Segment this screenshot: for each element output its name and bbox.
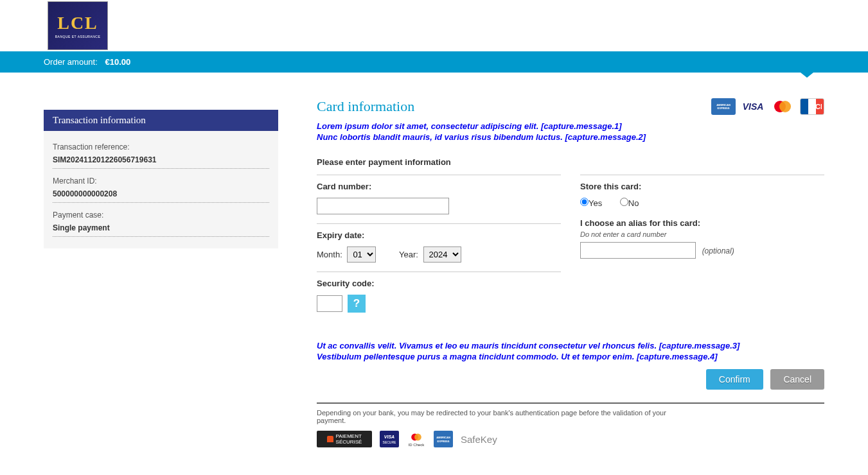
info-value: SIM202411201226056719631 (53, 155, 269, 164)
amex-small-icon: AMERICANEXPRESS (434, 431, 453, 447)
info-row-paymentcase: Payment case: Single payment (53, 207, 269, 237)
info-value: Single payment (53, 223, 269, 232)
info-value: 500000000000208 (53, 189, 269, 198)
capture-message-1: Lorem ipsum dolor sit amet, consectetur … (317, 121, 824, 131)
optional-label: (optional) (702, 246, 734, 255)
order-amount-label: Order amount: (44, 57, 98, 67)
paiement-securise-icon: PAIEMENTSÉCURISÉ (317, 431, 372, 447)
store-no-radio[interactable] (620, 198, 628, 206)
security-logos: PAIEMENTSÉCURISÉ VISASECURE ID Check AME… (317, 431, 824, 447)
visa-icon: VISA (741, 98, 765, 115)
mastercard-idcheck-icon: ID Check (407, 431, 426, 447)
safekey-label: SafeKey (461, 434, 497, 445)
amex-icon: AMERICANEXPRESS (711, 98, 736, 115)
alias-hint: Do not enter a card number (580, 230, 824, 238)
svg-text:VISA: VISA (384, 435, 394, 439)
visa-secure-icon: VISASECURE (380, 431, 399, 447)
order-amount-value: €10.00 (105, 57, 130, 67)
redirect-note: Depending on your bank, you may be redir… (317, 409, 677, 424)
capture-message-3: Ut ac convallis velit. Vivamus et leo eu… (317, 341, 824, 350)
info-row-merchant: Merchant ID: 500000000000208 (53, 173, 269, 203)
capture-message-4: Vestibulum pellentesque purus a magna ti… (317, 352, 824, 361)
logo-subtext: BANQUE ET ASSURANCE (55, 35, 101, 39)
store-card-label: Store this card: (580, 182, 824, 191)
security-code-label: Security code: (317, 279, 561, 288)
page-title: Card information (317, 98, 414, 115)
lcl-logo: LCL BANQUE ET ASSURANCE (48, 1, 108, 50)
svg-text:CB: CB (815, 103, 822, 110)
capture-message-2: Nunc lobortis blandit mauris, id varius … (317, 132, 824, 142)
card-number-label: Card number: (317, 182, 561, 191)
order-amount-bar: Order amount: €10.00 (0, 51, 868, 73)
store-yes-radio[interactable] (580, 198, 589, 206)
month-label: Month: (317, 250, 342, 259)
logo-text: LCL (57, 13, 98, 33)
info-label: Transaction reference: (53, 142, 269, 151)
expiry-date-label: Expiry date: (317, 230, 561, 240)
expiry-year-select[interactable]: 2024 (423, 246, 461, 263)
svg-text:AMERICAN: AMERICAN (436, 436, 450, 439)
info-row-reference: Transaction reference: SIM20241120122605… (53, 139, 269, 169)
accepted-card-logos: AMERICANEXPRESS VISA CB (711, 98, 824, 115)
year-label: Year: (399, 250, 418, 259)
cvv-help-button[interactable]: ? (348, 295, 366, 313)
card-number-input[interactable] (317, 198, 449, 214)
cancel-button[interactable]: Cancel (770, 369, 824, 390)
svg-text:EXPRESS: EXPRESS (438, 440, 450, 443)
svg-text:SECURE: SECURE (383, 440, 397, 444)
card-form: Card information AMERICANEXPRESS VISA CB… (317, 98, 824, 447)
sidebar-title: Transaction information (44, 110, 278, 131)
separator (317, 402, 824, 404)
instruction-text: Please enter payment information (317, 157, 824, 167)
info-label: Payment case: (53, 211, 269, 220)
info-label: Merchant ID: (53, 177, 269, 186)
security-code-input[interactable] (317, 295, 342, 312)
alias-input[interactable] (580, 242, 696, 259)
store-yes-option[interactable]: Yes (580, 198, 602, 208)
svg-text:EXPRESS: EXPRESS (718, 107, 730, 110)
store-no-option[interactable]: No (620, 198, 639, 208)
confirm-button[interactable]: Confirm (706, 369, 763, 390)
transaction-info-sidebar: Transaction information Transaction refe… (44, 110, 278, 447)
expiry-month-select[interactable]: 01 (347, 246, 376, 263)
header: LCL BANQUE ET ASSURANCE (0, 0, 868, 51)
mastercard-icon (770, 98, 795, 115)
cb-icon: CB (800, 98, 824, 115)
alias-label: I choose an alias for this card: (580, 218, 824, 228)
